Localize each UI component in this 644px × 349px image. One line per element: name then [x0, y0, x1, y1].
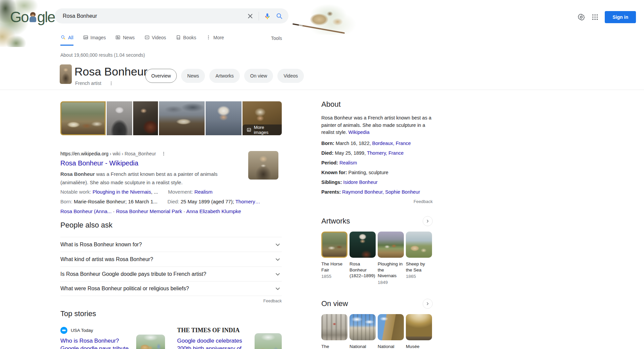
- strip-image-bw-portrait[interactable]: [107, 101, 132, 135]
- artwork-card[interactable]: The Horse Fair 1855: [321, 232, 347, 285]
- artworks-section: Artworks The Horse Fair 1855 Rosa Bonheu…: [321, 216, 433, 285]
- voice-search-icon[interactable]: [264, 12, 271, 20]
- settings-gear-icon[interactable]: [577, 13, 585, 21]
- fact-parents: Parents: Raymond Bonheur, Sophie Bonheur: [321, 189, 433, 195]
- artwork-card[interactable]: Rosa Bonheur (1822–1899): [350, 232, 376, 285]
- image-icon: [247, 127, 252, 133]
- search-input[interactable]: [63, 13, 247, 19]
- died-place-link[interactable]: Thomery, France: [367, 150, 404, 156]
- doodle-figure-icon: [29, 11, 37, 23]
- artworks-heading: Artworks: [321, 217, 350, 226]
- google-doodle-logo[interactable]: Go gle: [10, 9, 55, 26]
- strip-image-elder-portrait[interactable]: [206, 101, 241, 135]
- chevron-down-icon[interactable]: [274, 285, 282, 293]
- people-also-ask-section: People also ask What is Rosa Bonheur kno…: [60, 221, 282, 303]
- born-place-link[interactable]: Bordeaux, France: [372, 141, 411, 146]
- parents-link[interactable]: Raymond Bonheur, Sophie Bonheur: [342, 189, 420, 195]
- search-submit-icon[interactable]: [276, 12, 283, 20]
- died-place-link[interactable]: Thomery…: [235, 199, 260, 204]
- museum-card[interactable]: National: [378, 314, 404, 349]
- strip-image-horse-fair[interactable]: [60, 101, 106, 135]
- pill-on-view[interactable]: On view: [244, 69, 273, 83]
- result-options-icon[interactable]: [161, 151, 166, 156]
- chevron-down-icon[interactable]: [274, 255, 282, 263]
- more-images-button[interactable]: More images: [243, 124, 282, 135]
- tab-books[interactable]: Books: [175, 35, 196, 46]
- about-section: About Rosa Bonheur was a French artist k…: [321, 100, 433, 204]
- on-view-expand-button[interactable]: [423, 299, 433, 309]
- fact-died: Died: May 25, 1899, Thomery, France: [321, 150, 433, 156]
- result-thumbnail[interactable]: [248, 151, 278, 180]
- fact-known-for: Known for: Painting, sculpture: [321, 170, 433, 176]
- paa-feedback-link[interactable]: Feedback: [263, 299, 282, 303]
- chevron-down-icon[interactable]: [274, 241, 282, 249]
- clear-search-icon[interactable]: [247, 12, 254, 20]
- museum-image-met: [321, 314, 347, 340]
- artwork-card[interactable]: Ploughing in the Nivernais 1849: [378, 232, 404, 285]
- story-card[interactable]: USA Today Who is Rosa Bonheur? Google do…: [60, 327, 165, 349]
- story-headline-link[interactable]: Who is Rosa Bonheur? Google doodle pays …: [60, 337, 132, 349]
- period-link[interactable]: Realism: [339, 160, 357, 165]
- artwork-card[interactable]: Sheep by the Sea 1865: [406, 232, 432, 285]
- artworks-expand-button[interactable]: [423, 216, 433, 226]
- entity-image-strip: More images: [60, 101, 282, 135]
- museum-image-national-gallery: [350, 314, 376, 340]
- result-meta-line-1: Notable work: Ploughing in the Nivernais…: [60, 187, 262, 196]
- search-tab-icon: [60, 35, 66, 40]
- search-bar[interactable]: [55, 8, 288, 23]
- pill-artworks[interactable]: Artworks: [209, 69, 239, 83]
- story-headline-link[interactable]: Google doodle celebrates 200th birth ann…: [177, 337, 249, 349]
- story-thumbnail[interactable]: [255, 333, 282, 349]
- pill-videos[interactable]: Videos: [277, 69, 304, 83]
- about-description: Rosa Bonheur was a French artist known b…: [321, 114, 432, 136]
- google-apps-grid-icon[interactable]: [591, 13, 599, 21]
- story-card[interactable]: THE TIMES OF INDIA Google doodle celebra…: [177, 327, 282, 349]
- museum-image-national-museum: [378, 314, 404, 340]
- tab-more[interactable]: More: [206, 35, 224, 46]
- result-type-tabs: All Images News Videos Books More: [60, 35, 224, 46]
- museum-card[interactable]: Musée: [406, 314, 432, 349]
- result-meta-line-3: Rosa Bonheur (Anna... · Rosa Bonheur Mem…: [60, 207, 262, 216]
- entity-title: Rosa Bonheur: [74, 65, 147, 78]
- museum-card[interactable]: The: [321, 314, 347, 349]
- artwork-image-horse-fair: [321, 232, 347, 258]
- tools-button[interactable]: Tools: [271, 36, 282, 41]
- images-tab-icon: [83, 35, 89, 40]
- movement-link[interactable]: Realism: [194, 189, 212, 195]
- museum-image-orsay: [406, 314, 432, 340]
- strip-image-portrait-painting[interactable]: [133, 101, 158, 135]
- paa-question-row[interactable]: What kind of artist was Rosa Bonheur?: [60, 252, 282, 266]
- notable-work-link[interactable]: Ploughing in the Nivernais: [93, 189, 151, 195]
- story-thumbnail[interactable]: [136, 335, 165, 349]
- search-bar-divider: [259, 12, 259, 20]
- tab-images[interactable]: Images: [83, 35, 106, 46]
- entity-more-icon[interactable]: [109, 81, 114, 86]
- museum-card[interactable]: National: [350, 314, 376, 349]
- related-link-3[interactable]: Anna Elizabeth Klumpke: [186, 208, 241, 214]
- more-dots-icon: [206, 35, 211, 40]
- siblings-link[interactable]: Isidore Bonheur: [343, 180, 377, 185]
- strip-image-last[interactable]: More images: [243, 101, 282, 135]
- related-link-1[interactable]: Rosa Bonheur (Anna...: [60, 208, 112, 214]
- pill-overview[interactable]: Overview: [145, 69, 177, 83]
- result-url[interactable]: https://en.wikipedia.org › wiki › Rosa_B…: [60, 151, 156, 156]
- kp-feedback-link[interactable]: Feedback: [414, 199, 433, 204]
- tab-news[interactable]: News: [115, 35, 135, 46]
- videos-tab-icon: [144, 35, 150, 40]
- top-stories-heading: Top stories: [60, 309, 282, 318]
- result-title-link[interactable]: Rosa Bonheur - Wikipedia: [60, 159, 138, 167]
- strip-image-ploughing[interactable]: [159, 101, 205, 135]
- tab-videos[interactable]: Videos: [144, 35, 166, 46]
- paa-question-row[interactable]: Is Rosa Bonheur Google doodle pays tribu…: [60, 266, 282, 281]
- pill-news[interactable]: News: [181, 69, 205, 83]
- paa-question-row[interactable]: What were Rosa Bonheur political or reli…: [60, 281, 282, 296]
- entity-avatar[interactable]: [60, 64, 72, 84]
- related-link-2[interactable]: Rosa Bonheur Memorial Park: [116, 208, 182, 214]
- wikipedia-link[interactable]: Wikipedia: [348, 130, 370, 135]
- chevron-down-icon[interactable]: [274, 270, 282, 278]
- wikipedia-result: https://en.wikipedia.org › wiki › Rosa_B…: [60, 151, 282, 216]
- paa-question-row[interactable]: What is Rosa Bonheur known for?: [60, 237, 282, 252]
- logo-text-left: Go: [10, 9, 29, 26]
- tab-all[interactable]: All: [60, 35, 73, 46]
- sign-in-button[interactable]: Sign in: [605, 11, 636, 23]
